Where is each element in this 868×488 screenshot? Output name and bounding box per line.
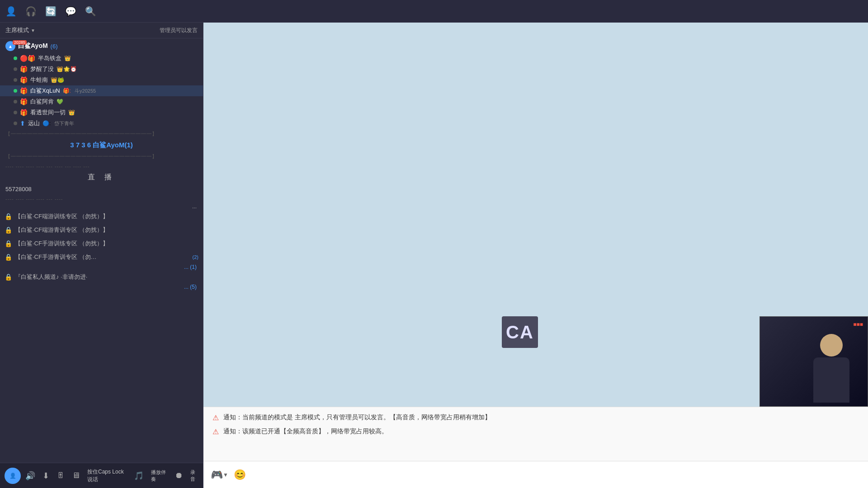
gamepad-symbol: 🎮	[211, 469, 223, 481]
dashed-divider-top: 【━━━━━━━━━━━━━━━━━━━━━━━━━━】	[0, 129, 203, 139]
member-item[interactable]: 🎁 梦醒了没 👑🌟⏰	[0, 64, 203, 75]
member-badge: 🔵:	[42, 120, 51, 127]
live-title: 直 播	[0, 171, 203, 184]
member-status-dot	[14, 89, 17, 93]
member-status-dot	[14, 67, 17, 71]
person-body	[813, 357, 849, 403]
lock-icon: 🔒	[5, 213, 12, 220]
notification-text-1: 通知：当前频道的模式是 主席模式，只有管理员可以发言。【高音质，网络带宽占用稍有…	[223, 413, 491, 422]
member-status-dot	[14, 78, 17, 82]
sub-channel-3[interactable]: 🔒 【白鲨·CF手游训练专区 （勿扰）】	[0, 237, 203, 250]
video-area: CA ■■■	[203, 23, 868, 407]
mode-label: 主席模式	[5, 26, 29, 34]
notification-item-2: ⚠ 通知：该频道已开通【全频高音质】，网络带宽占用较高。	[212, 427, 859, 436]
mode-selector[interactable]: 主席模式 ▼	[5, 26, 35, 34]
member-status-dot	[14, 122, 17, 125]
push-to-talk-label[interactable]: 按住Caps Lock说话	[87, 468, 127, 483]
member-name: 看透世间一切	[30, 108, 66, 117]
gamepad-dropdown-arrow[interactable]: ▼	[223, 472, 228, 478]
dots-line2: ---- ---- ---- ---- --- ----	[0, 194, 203, 203]
user-avatar: 👤	[5, 468, 21, 484]
member-gift-icon: ⬆	[20, 120, 25, 127]
member-status-dot	[14, 56, 17, 60]
member-status-dot	[14, 111, 17, 114]
channel-count-badge: 20285	[13, 40, 27, 45]
member-item[interactable]: 🎁 白鲨阿肯 💚	[0, 96, 203, 107]
sidebar-header: 主席模式 ▼ 管理员可以发言	[0, 23, 203, 38]
member-badge: 👑🐸	[51, 77, 64, 83]
sub-channel-name: 【白鲨·CF端游青训专区 （勿扰）】	[15, 226, 198, 234]
notification-text-2: 通知：该频道已开通【全频高音质】，网络带宽占用较高。	[223, 427, 388, 436]
person-head	[820, 334, 843, 357]
more-button-1[interactable]: ...	[0, 203, 203, 210]
sub-channel-1[interactable]: 🔒 【白鲨·CF端游训练专区 （勿扰）】	[0, 210, 203, 223]
member-badge: 🎁:	[63, 88, 71, 94]
member-item-active[interactable]: 🎁 白鲨XqLuN 🎁: 斗y20255	[0, 85, 203, 96]
headphone-icon[interactable]: 🎧	[24, 5, 37, 18]
ca-badge: CA	[502, 316, 538, 348]
channel-header: 20285 ▲ 白鲨AyoM (6)	[0, 38, 203, 53]
lock-icon: 🔒	[5, 273, 12, 281]
private-channel[interactable]: 🔒 『白鲨私人频道♪ ·非请勿进·	[0, 270, 203, 284]
lock-icon: 🔒	[5, 240, 12, 247]
search-icon[interactable]: 🔍	[84, 5, 97, 18]
sub-channel-4[interactable]: 🔒 【白鲨·CF手游青训专区 （勿… (2)	[0, 250, 203, 264]
member-name: 梦醒了没	[30, 65, 54, 73]
main-layout: 主席模式 ▼ 管理员可以发言 20285 ▲ 白鲨AyoM (6) 🔴🎁 半岛铁…	[0, 23, 868, 488]
record-label: 录音	[190, 469, 198, 483]
main-content: CA ■■■ ⚠ 通知：当前频道的模式是 主席模式，只有管理员可以发言。【高音质…	[203, 23, 868, 488]
more-button-3[interactable]: ... (5)	[0, 284, 203, 290]
member-gift-icon: 🎁	[20, 76, 28, 84]
volume-button[interactable]: 🔊	[25, 471, 35, 481]
history-icon[interactable]: 🔄	[44, 5, 57, 18]
member-gift-icon: 🎁	[20, 98, 28, 105]
dashed-divider-bottom: 【━━━━━━━━━━━━━━━━━━━━━━━━━━】	[0, 151, 203, 162]
music-label: 播放伴奏	[151, 469, 168, 483]
member-extra-text: 斗y20255	[75, 88, 96, 94]
mode-arrow-icon: ▼	[31, 28, 35, 33]
record-icon[interactable]: ⏺	[175, 471, 183, 480]
chat-input[interactable]	[251, 471, 861, 479]
comment-icon[interactable]: 💬	[64, 5, 77, 18]
member-extra-text2: 岱下青年	[54, 120, 74, 127]
red-decoration: ■■■	[853, 321, 863, 328]
notification-item-1: ⚠ 通知：当前频道的模式是 主席模式，只有管理员可以发言。【高音质，网络带宽占用…	[212, 413, 859, 422]
sub-channel-2[interactable]: 🔒 【白鲨·CF端游青训专区 （勿扰）】	[0, 223, 203, 237]
sidebar: 主席模式 ▼ 管理员可以发言 20285 ▲ 白鲨AyoM (6) 🔴🎁 半岛铁…	[0, 23, 203, 488]
member-item[interactable]: 🎁 牛蛙南 👑🐸	[0, 75, 203, 85]
warning-icon-1: ⚠	[212, 413, 219, 422]
person-silhouette	[804, 334, 859, 406]
member-item[interactable]: 🔴🎁 半岛铁盒 👑	[0, 53, 203, 64]
member-name: 牛蛙南	[30, 76, 48, 84]
channel-member-count: (6)	[51, 43, 58, 50]
admin-text: 管理员可以发言	[160, 27, 198, 34]
warning-icon-2: ⚠	[212, 427, 219, 436]
sub-channel-badge: (2)	[193, 254, 198, 260]
more-button-2[interactable]: ... (1)	[0, 264, 203, 270]
emoji-icon[interactable]: 😊	[234, 469, 246, 481]
monitor-button[interactable]: 🖥	[72, 471, 80, 480]
member-item[interactable]: ⬆ 远山 🔵: 岱下青年	[0, 118, 203, 129]
lock-icon: 🔒	[5, 226, 12, 234]
music-icon[interactable]: 🎵	[134, 471, 144, 481]
member-badge: 👑	[68, 109, 75, 116]
member-gift-icon: 🎁	[20, 87, 28, 94]
member-item[interactable]: 🎁 看透世间一切 👑	[0, 107, 203, 118]
member-gift-icon: 🔴🎁	[20, 55, 35, 62]
top-bar: 👤 🎧 🔄 💬 🔍	[0, 0, 868, 23]
room-info: 3 7 3 6 白鲨AyoM(1)	[0, 139, 203, 151]
lock-icon: 🔒	[5, 253, 12, 261]
input-area: 🎮 ▼ 😊	[203, 461, 868, 488]
member-name: 白鲨XqLuN	[30, 87, 60, 95]
gamepad-icon[interactable]: 🎮 ▼	[211, 469, 228, 481]
notification-area: ⚠ 通知：当前频道的模式是 主席模式，只有管理员可以发言。【高音质，网络带宽占用…	[203, 407, 868, 461]
webcam-overlay: ■■■	[760, 316, 868, 407]
settings-button[interactable]: 🎚	[57, 471, 65, 480]
person-icon[interactable]: 👤	[5, 5, 17, 18]
member-badge: 👑	[64, 55, 71, 61]
sidebar-content[interactable]: 20285 ▲ 白鲨AyoM (6) 🔴🎁 半岛铁盒 👑 🎁 梦醒了没 👑🌟⏰	[0, 38, 203, 463]
member-name: 远山	[28, 119, 40, 127]
sidebar-bottom: 👤 🔊 ⬇ 🎚 🖥 按住Caps Lock说话 🎵 播放伴奏 ⏺ 录音	[0, 463, 203, 488]
download-button[interactable]: ⬇	[42, 471, 49, 481]
sub-channel-name: 【白鲨·CF手游青训专区 （勿…	[15, 253, 190, 261]
